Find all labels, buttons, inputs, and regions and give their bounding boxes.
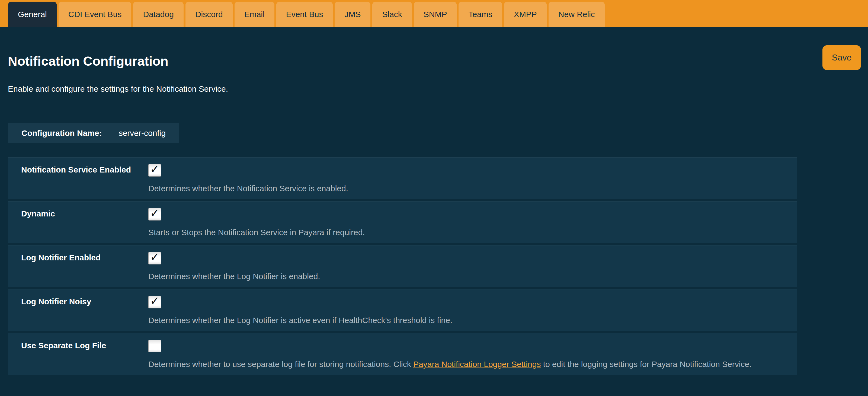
- tab-email[interactable]: Email: [235, 2, 274, 27]
- tab-event-bus[interactable]: Event Bus: [276, 2, 333, 27]
- check-icon: ✓: [150, 295, 159, 307]
- check-icon: ✓: [150, 251, 159, 263]
- row-dynamic: Dynamic ✓ Starts or Stops the Notificati…: [8, 201, 797, 243]
- tab-discord[interactable]: Discord: [185, 2, 232, 27]
- tab-teams[interactable]: Teams: [459, 2, 502, 27]
- row-label: Notification Service Enabled: [21, 165, 131, 174]
- row-description: Determines whether the Log Notifier is a…: [148, 316, 452, 325]
- tab-slack[interactable]: Slack: [372, 2, 412, 27]
- log-notifier-enabled-checkbox[interactable]: ✓: [148, 252, 161, 265]
- tab-snmp[interactable]: SNMP: [414, 2, 457, 27]
- row-label: Log Notifier Noisy: [21, 297, 91, 306]
- payara-notification-logger-settings-link[interactable]: Payara Notification Logger Settings: [413, 360, 541, 369]
- use-separate-log-file-checkbox[interactable]: [148, 340, 161, 352]
- check-icon: ✓: [150, 208, 159, 219]
- row-notification-service-enabled: Notification Service Enabled ✓ Determine…: [8, 157, 797, 200]
- notification-service-enabled-checkbox[interactable]: ✓: [148, 164, 161, 177]
- notifier-tab-bar: General CDI Event Bus Datadog Discord Em…: [0, 0, 868, 27]
- row-use-separate-log-file: Use Separate Log File Determines whether…: [8, 333, 797, 375]
- row-description: Determines whether the Notification Serv…: [148, 184, 348, 193]
- row-description: Determines whether the Log Notifier is e…: [148, 272, 320, 281]
- page-title: Notification Configuration: [8, 54, 168, 69]
- settings-list: Notification Service Enabled ✓ Determine…: [8, 157, 797, 377]
- save-button[interactable]: Save: [823, 45, 861, 70]
- row-label: Dynamic: [21, 209, 55, 218]
- row-label: Use Separate Log File: [21, 341, 106, 350]
- tab-general[interactable]: General: [8, 2, 57, 27]
- configuration-name-box: Configuration Name: server-config: [8, 123, 179, 143]
- tab-datadog[interactable]: Datadog: [133, 2, 183, 27]
- check-icon: ✓: [150, 163, 159, 175]
- log-notifier-noisy-checkbox[interactable]: ✓: [148, 296, 161, 308]
- row-description-text: Determines whether to use separate log f…: [148, 360, 413, 369]
- row-description: Determines whether to use separate log f…: [148, 360, 752, 369]
- row-description: Starts or Stops the Notification Service…: [148, 228, 365, 237]
- configuration-name-label: Configuration Name:: [22, 128, 102, 138]
- row-log-notifier-noisy: Log Notifier Noisy ✓ Determines whether …: [8, 289, 797, 331]
- page-subtitle: Enable and configure the settings for th…: [8, 84, 228, 94]
- row-label: Log Notifier Enabled: [21, 253, 101, 262]
- configuration-name-value: server-config: [119, 128, 166, 138]
- tab-cdi-event-bus[interactable]: CDI Event Bus: [59, 2, 131, 27]
- row-log-notifier-enabled: Log Notifier Enabled ✓ Determines whethe…: [8, 245, 797, 287]
- dynamic-checkbox[interactable]: ✓: [148, 208, 161, 220]
- tab-new-relic[interactable]: New Relic: [549, 2, 605, 27]
- tab-xmpp[interactable]: XMPP: [504, 2, 547, 27]
- tab-jms[interactable]: JMS: [335, 2, 370, 27]
- row-description-text: to edit the logging settings for Payara …: [541, 360, 751, 369]
